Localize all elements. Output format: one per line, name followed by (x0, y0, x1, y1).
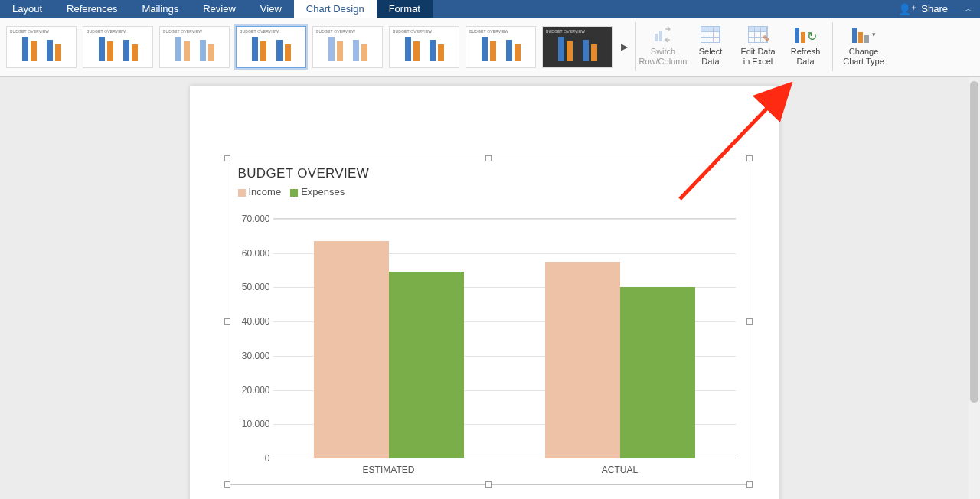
data-group: Switch Row/Column Select Data Edit Data … (636, 18, 832, 76)
chart-styles-gallery: BUDGET OVERVIEWBUDGET OVERVIEWBUDGET OVE… (0, 18, 635, 76)
resize-handle[interactable] (485, 155, 492, 161)
x-axis-label: ACTUAL (602, 465, 638, 475)
bar-expenses[interactable] (389, 272, 464, 458)
ribbon-tabs: Layout References Mailings Review View C… (0, 0, 980, 18)
tab-mailings[interactable]: Mailings (130, 0, 191, 18)
bar-income[interactable] (545, 262, 620, 458)
chart-title[interactable]: BUDGET OVERVIEW (227, 158, 750, 181)
collapse-ribbon-button[interactable]: ︿ (957, 4, 980, 15)
switch-row-column-icon (653, 24, 673, 45)
resize-handle[interactable] (746, 155, 753, 161)
tab-references[interactable]: References (54, 0, 129, 18)
chart-legend[interactable]: Income Expenses (227, 181, 750, 197)
resize-handle[interactable] (224, 155, 230, 161)
resize-handle[interactable] (224, 481, 230, 488)
resize-handle[interactable] (485, 481, 492, 488)
ribbon: BUDGET OVERVIEWBUDGET OVERVIEWBUDGET OVE… (0, 18, 980, 77)
y-axis-label: 50.000 (237, 282, 270, 292)
document-area: BUDGET OVERVIEW Income Expenses 010.0002… (0, 77, 969, 499)
tab-format[interactable]: Format (377, 0, 433, 18)
chart-style-thumb[interactable]: BUDGET OVERVIEW (159, 26, 230, 68)
share-label: Share (921, 3, 948, 15)
svg-rect-1 (659, 31, 662, 41)
bar-expenses[interactable] (620, 287, 695, 458)
select-data-button[interactable]: Select Data (690, 21, 731, 67)
y-axis-label: 0 (237, 453, 270, 464)
chart-plot-area[interactable]: 010.00020.00030.00040.00050.00060.00070.… (273, 218, 736, 458)
x-axis-label: ESTIMATED (363, 465, 415, 475)
legend-item-income[interactable]: Income (238, 186, 282, 197)
edit-data-excel-button[interactable]: Edit Data in Excel (737, 21, 779, 67)
tab-layout[interactable]: Layout (0, 0, 54, 18)
chart-style-thumb[interactable]: BUDGET OVERVIEW (389, 26, 459, 68)
y-axis-label: 20.000 (237, 385, 270, 396)
legend-item-expenses[interactable]: Expenses (290, 186, 345, 197)
scrollbar-thumb[interactable] (970, 81, 978, 403)
change-chart-type-icon: ▾ (852, 24, 876, 45)
page: BUDGET OVERVIEW Income Expenses 010.0002… (190, 86, 779, 499)
y-axis-label: 30.000 (237, 351, 270, 361)
chevron-up-icon: ︿ (965, 4, 972, 15)
switch-row-column-label: Switch Row/Column (639, 47, 688, 67)
resize-handle[interactable] (224, 318, 230, 325)
y-axis-label: 70.000 (237, 214, 270, 224)
chart-style-thumb[interactable]: BUDGET OVERVIEW (542, 26, 612, 68)
tab-view[interactable]: View (248, 0, 294, 18)
refresh-data-label: Refresh Data (791, 47, 821, 67)
change-chart-type-label: Change Chart Type (843, 47, 884, 67)
gallery-overflow-button[interactable]: ▶ (619, 41, 629, 52)
chart-object[interactable]: BUDGET OVERVIEW Income Expenses 010.0002… (227, 158, 750, 485)
share-icon: 👤⁺ (898, 3, 916, 15)
type-group: ▾ Change Chart Type (833, 18, 894, 76)
y-axis-label: 10.000 (237, 419, 270, 429)
tab-review[interactable]: Review (191, 0, 248, 18)
y-axis-label: 40.000 (237, 316, 270, 327)
bar-income[interactable] (314, 241, 389, 458)
share-button[interactable]: 👤⁺ Share (889, 3, 957, 15)
tab-chart-design[interactable]: Chart Design (294, 0, 377, 18)
chart-style-thumb[interactable]: BUDGET OVERVIEW (6, 26, 77, 68)
switch-row-column-button: Switch Row/Column (642, 21, 684, 67)
vertical-scrollbar[interactable] (969, 77, 980, 499)
chart-style-thumb[interactable]: BUDGET OVERVIEW (312, 26, 383, 68)
edit-data-excel-label: Edit Data in Excel (740, 47, 775, 67)
chevron-down-icon: ▾ (872, 31, 876, 38)
chart-style-thumb[interactable]: BUDGET OVERVIEW (236, 26, 306, 68)
y-axis-label: 60.000 (237, 248, 270, 259)
refresh-data-icon: ↻ (795, 24, 817, 45)
select-data-label: Select Data (699, 47, 723, 67)
select-data-icon (701, 24, 720, 45)
svg-rect-0 (655, 34, 658, 41)
refresh-data-button[interactable]: ↻ Refresh Data (785, 21, 826, 67)
change-chart-type-button[interactable]: ▾ Change Chart Type (839, 21, 888, 67)
edit-data-excel-icon (748, 24, 768, 45)
chart-style-thumb[interactable]: BUDGET OVERVIEW (466, 26, 536, 68)
resize-handle[interactable] (746, 318, 753, 325)
resize-handle[interactable] (746, 481, 753, 488)
chart-style-thumb[interactable]: BUDGET OVERVIEW (83, 26, 153, 68)
